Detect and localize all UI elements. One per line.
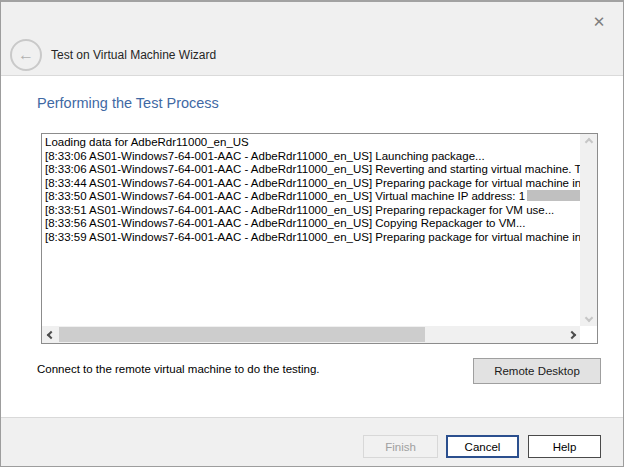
log-line: [8:33:56 AS01-Windows7-64-001-AAC - Adbe… — [45, 217, 577, 231]
cancel-button[interactable]: Cancel — [446, 435, 519, 458]
horizontal-scrollbar-thumb[interactable] — [59, 327, 425, 342]
log-line: [8:33:06 AS01-Windows7-64-001-AAC - Adbe… — [45, 163, 577, 177]
log-line: [8:33:06 AS01-Windows7-64-001-AAC - Adbe… — [45, 150, 577, 164]
back-arrow-icon: ← — [18, 46, 34, 63]
close-button[interactable]: ✕ — [589, 12, 609, 32]
finish-button[interactable]: Finish — [363, 435, 438, 458]
log-line-text: [8:33:06 AS01-Windows7-64-001-AAC - Adbe… — [45, 163, 580, 175]
remote-desktop-button[interactable]: Remote Desktop — [473, 358, 601, 384]
help-button[interactable]: Help — [528, 435, 601, 458]
dialog-title: Test on Virtual Machine Wizard — [51, 48, 216, 62]
log-line: [8:33:51 AS01-Windows7-64-001-AAC - Adbe… — [45, 204, 577, 218]
log-line: [8:33:44 AS01-Windows7-64-001-AAC - Adbe… — [45, 177, 577, 191]
log-line-text: [8:33:59 AS01-Windows7-64-001-AAC - Adbe… — [45, 231, 580, 243]
horizontal-scrollbar[interactable] — [42, 326, 580, 343]
scrollbar-corner — [580, 326, 597, 343]
scroll-right-icon — [567, 330, 575, 338]
back-button[interactable]: ← — [10, 39, 42, 71]
log-line-text: [8:33:51 AS01-Windows7-64-001-AAC - Adbe… — [45, 204, 554, 216]
log-line-text: [8:33:06 AS01-Windows7-64-001-AAC - Adbe… — [45, 150, 485, 162]
scroll-up-icon[interactable] — [584, 138, 592, 146]
scroll-left-icon — [46, 330, 54, 338]
log-line: [8:33:59 AS01-Windows7-64-001-AAC - Adbe… — [45, 231, 577, 245]
log-line-text: [8:33:56 AS01-Windows7-64-001-AAC - Adbe… — [45, 217, 526, 229]
log-lines: Loading data for AdbeRdr11000_en_US[8:33… — [42, 134, 580, 326]
vertical-scrollbar[interactable] — [580, 134, 597, 326]
wizard-dialog: ← Test on Virtual Machine Wizard ✕ Perfo… — [0, 0, 624, 467]
dialog-header: ← Test on Virtual Machine Wizard ✕ — [1, 2, 623, 76]
scroll-left-button[interactable] — [42, 326, 59, 343]
page-title: Performing the Test Process — [37, 95, 219, 111]
status-message: Connect to the remote virtual machine to… — [37, 363, 320, 375]
scroll-down-icon[interactable] — [584, 314, 592, 322]
close-icon: ✕ — [593, 13, 606, 30]
log-line: Loading data for AdbeRdr11000_en_US — [45, 136, 577, 150]
test-log-listbox[interactable]: Loading data for AdbeRdr11000_en_US[8:33… — [41, 133, 598, 344]
redacted-ip-block — [527, 190, 580, 201]
log-line-text: Loading data for AdbeRdr11000_en_US — [45, 136, 249, 148]
log-line: [8:33:50 AS01-Windows7-64-001-AAC - Adbe… — [45, 190, 577, 204]
log-line-text: [8:33:50 AS01-Windows7-64-001-AAC - Adbe… — [45, 190, 525, 202]
scroll-right-button[interactable] — [563, 326, 580, 343]
log-line-text: [8:33:44 AS01-Windows7-64-001-AAC - Adbe… — [45, 177, 580, 189]
